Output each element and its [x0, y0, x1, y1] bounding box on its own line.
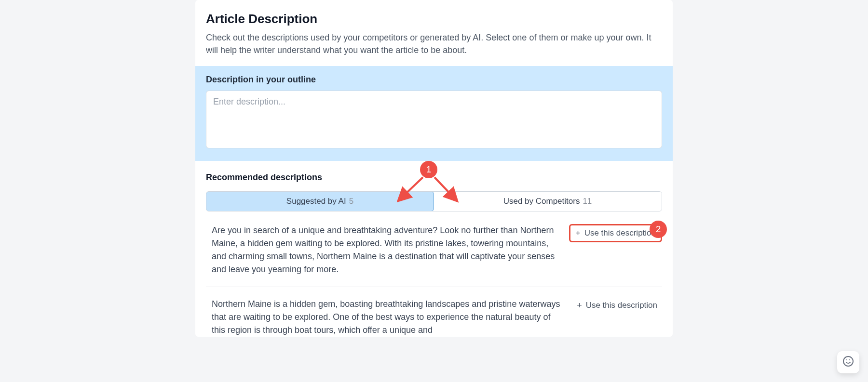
page-title: Article Description	[206, 12, 662, 26]
suggestion-list: Are you in search of a unique and breath…	[206, 224, 662, 337]
annotation-arrow-left-icon	[397, 174, 426, 203]
svg-point-2	[843, 356, 853, 366]
suggestion-text: Northern Maine is a hidden gem, boasting…	[206, 298, 562, 337]
tab-competitors-label: Used by Competitors	[503, 197, 580, 206]
tab-ai-label: Suggested by AI	[286, 197, 346, 206]
outline-panel: Description in your outline	[195, 66, 673, 161]
use-button-label: Use this description	[586, 301, 657, 310]
card-header: Article Description Check out the descri…	[195, 0, 673, 66]
smiley-icon	[842, 356, 854, 369]
suggestion-text: Are you in search of a unique and breath…	[206, 224, 559, 276]
svg-line-0	[401, 177, 423, 198]
plus-icon: +	[577, 301, 582, 310]
use-this-description-button[interactable]: + Use this description	[572, 298, 662, 313]
outline-label: Description in your outline	[206, 75, 662, 85]
plus-icon: +	[575, 229, 581, 237]
article-description-card: Article Description Check out the descri…	[195, 0, 673, 337]
annotation-badge-1: 1	[420, 161, 437, 178]
description-input[interactable]	[206, 91, 662, 148]
tab-ai-count: 5	[349, 197, 353, 206]
svg-line-1	[434, 177, 455, 198]
tab-used-by-competitors[interactable]: Used by Competitors 11	[434, 192, 662, 211]
list-item: Northern Maine is a hidden gem, boasting…	[206, 298, 662, 337]
annotation-badge-2: 2	[650, 221, 667, 238]
annotation-arrow-right-icon	[432, 174, 461, 203]
use-button-label: Use this description	[584, 228, 656, 238]
list-item: Are you in search of a unique and breath…	[206, 224, 662, 287]
feedback-button[interactable]	[837, 351, 859, 373]
use-this-description-button[interactable]: + Use this description	[569, 224, 662, 242]
page-subtitle: Check out the descriptions used by your …	[206, 31, 662, 56]
tab-competitors-count: 11	[583, 197, 592, 206]
